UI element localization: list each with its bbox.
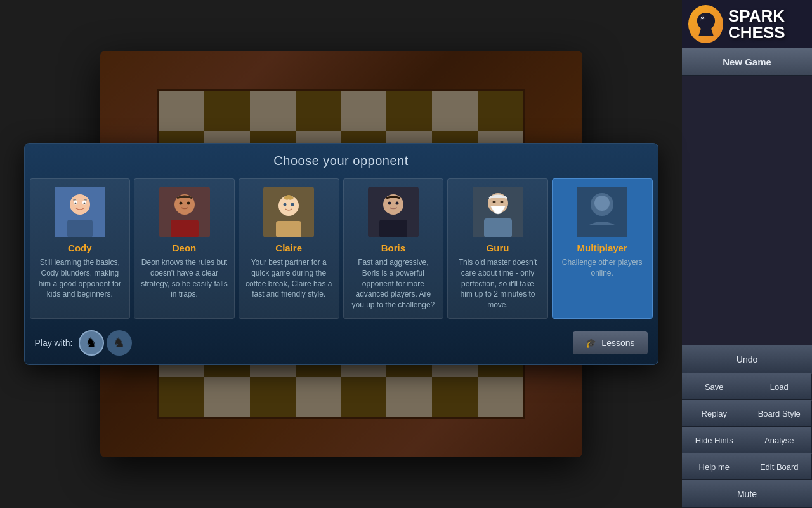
- mute-button[interactable]: Mute: [682, 480, 812, 508]
- opponent-card-claire[interactable]: Claire Your best partner for a quick gam…: [239, 178, 339, 319]
- play-with-label: Play with:: [35, 338, 73, 348]
- modal-overlay[interactable]: Choose your opponent: [0, 0, 682, 508]
- modal-footer: Play with: ♞ ♞ 🎓 Lessons: [25, 324, 658, 364]
- svg-point-20: [284, 203, 287, 206]
- logo-chess: CHESS: [728, 24, 785, 41]
- logo-text: SPARK CHESS: [728, 8, 785, 41]
- black-piece-button[interactable]: ♞: [107, 330, 132, 356]
- replay-boardstyle-row: Replay Board Style: [682, 400, 812, 427]
- svg-rect-24: [379, 220, 407, 237]
- svg-point-7: [83, 203, 85, 204]
- avatar-multiplayer: [577, 187, 627, 237]
- svg-point-36: [594, 196, 610, 211]
- svg-point-15: [187, 202, 190, 205]
- white-piece-button[interactable]: ♞: [79, 330, 104, 356]
- opponent-modal: Choose your opponent: [24, 143, 658, 365]
- hide-hints-button[interactable]: Hide Hints: [682, 427, 747, 453]
- opponent-desc-claire: Your best partner for a quick game durin…: [246, 257, 332, 300]
- hints-analyse-row: Hide Hints Analyse: [682, 427, 812, 453]
- svg-point-14: [179, 202, 182, 205]
- svg-rect-18: [276, 221, 301, 237]
- horse-icon: [688, 5, 723, 43]
- save-button[interactable]: Save: [682, 373, 747, 400]
- svg-point-33: [500, 201, 503, 203]
- sidebar-logo: SPARK CHESS: [682, 0, 812, 48]
- svg-point-19: [280, 197, 297, 214]
- sidebar-spacer: [682, 76, 812, 345]
- lessons-button[interactable]: 🎓 Lessons: [573, 331, 647, 354]
- svg-point-38: [702, 17, 703, 18]
- logo-spark: SPARK: [728, 8, 785, 24]
- modal-title: Choose your opponent: [25, 144, 658, 178]
- replay-button[interactable]: Replay: [682, 400, 747, 427]
- opponents-grid: Cody Still learning the basics, Cody blu…: [25, 178, 658, 324]
- svg-point-13: [176, 196, 193, 213]
- svg-point-27: [395, 202, 398, 205]
- svg-point-26: [388, 202, 391, 205]
- svg-rect-12: [171, 220, 199, 237]
- opponent-card-guru[interactable]: Guru This old master doesn't care about …: [447, 178, 548, 319]
- svg-point-3: [72, 196, 88, 213]
- opponent-desc-cody: Still learning the basics, Cody blunders…: [37, 257, 124, 300]
- edit-board-button[interactable]: Edit Board: [747, 453, 813, 480]
- load-button[interactable]: Load: [747, 373, 813, 400]
- svg-point-32: [492, 201, 495, 203]
- piece-selector: ♞ ♞: [79, 330, 132, 356]
- opponent-desc-boris: Fast and aggressive, Boris is a powerful…: [350, 257, 437, 311]
- opponent-name-multiplayer: Multiplayer: [577, 243, 627, 253]
- sidebar: SPARK CHESS New Game Undo Save Load Repl…: [682, 0, 812, 508]
- svg-rect-30: [484, 218, 512, 237]
- svg-point-6: [74, 203, 76, 204]
- opponent-card-deon[interactable]: Deon Deon knows the rules but doesn't ha…: [134, 178, 235, 319]
- avatar-boris: [368, 187, 419, 237]
- lessons-icon: 🎓: [586, 338, 596, 348]
- opponent-card-boris[interactable]: Boris Fast and aggressive, Boris is a po…: [343, 178, 444, 319]
- avatar-cody: [55, 187, 105, 237]
- save-load-row: Save Load: [682, 373, 812, 400]
- lessons-label: Lessons: [601, 338, 634, 348]
- avatar-guru: [473, 187, 523, 237]
- opponent-desc-deon: Deon knows the rules but doesn't have a …: [141, 257, 228, 300]
- opponent-desc-guru: This old master doesn't care about time …: [454, 257, 541, 311]
- opponent-desc-multiplayer: Challenge other players online.: [559, 257, 646, 279]
- new-game-button[interactable]: New Game: [682, 48, 812, 76]
- opponent-name-guru: Guru: [487, 243, 509, 253]
- opponent-name-cody: Cody: [68, 243, 92, 253]
- opponent-card-multiplayer[interactable]: Multiplayer Challenge other players onli…: [552, 178, 653, 319]
- svg-rect-2: [67, 220, 93, 237]
- help-me-button[interactable]: Help me: [682, 453, 747, 480]
- opponent-name-deon: Deon: [173, 243, 197, 253]
- helpme-editboard-row: Help me Edit Board: [682, 453, 812, 480]
- board-style-button[interactable]: Board Style: [747, 400, 813, 427]
- svg-point-21: [291, 203, 294, 206]
- opponent-card-cody[interactable]: Cody Still learning the basics, Cody blu…: [30, 178, 131, 319]
- analyse-button[interactable]: Analyse: [747, 427, 813, 453]
- avatar-deon: [159, 187, 210, 237]
- opponent-name-claire: Claire: [275, 243, 302, 253]
- play-with-section: Play with: ♞ ♞: [35, 330, 133, 356]
- avatar-claire: [263, 187, 314, 237]
- opponent-name-boris: Boris: [381, 243, 405, 253]
- undo-button[interactable]: Undo: [682, 345, 812, 373]
